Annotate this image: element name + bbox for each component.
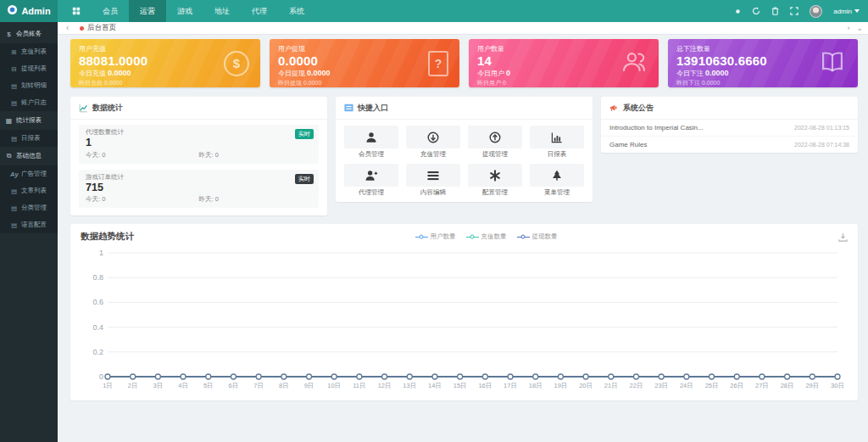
sidebar-item-ad-manage[interactable]: Ay 广告管理 [0,165,58,182]
quick-withdraw-manage[interactable]: 提现管理 [468,126,522,159]
agent-count-stat[interactable]: 代理数量统计 1 今天: 0 昨天: 0 实时 [79,125,319,164]
plus-square-icon: ⊞ [10,48,18,56]
quick-agent-manage[interactable]: 代理管理 [344,164,398,197]
fullscreen-icon[interactable] [790,7,798,15]
notice-item[interactable]: Game Rules 2022-08-28 07:14:38 [601,137,858,153]
list-icon: ▤ [10,135,18,143]
card-user-count[interactable]: 用户数量 14 今日用户0 昨日用户0 [469,39,659,87]
svg-text:14日: 14日 [428,382,442,389]
sidebar-group-member-finance[interactable]: $ 会员账务 [0,25,58,43]
navbar-right: admin [735,5,868,18]
quick-content-edit[interactable]: 内容编辑 [406,164,460,197]
nav-item-address[interactable]: 地址 [203,0,241,22]
bar-chart-icon [551,131,563,143]
list-icon: ▤ [10,187,18,195]
legend-recharge-count[interactable]: 充值数量 [466,232,507,241]
main-menu: 会员 运营 游戏 地址 代理 系统 [61,0,315,22]
list-icon: ▤ [10,204,18,212]
sidebar-item-article-list[interactable]: ▤ 文章列表 [0,182,58,199]
nav-item-game[interactable]: 游戏 [166,0,203,22]
refresh-icon[interactable] [752,7,760,15]
svg-text:0: 0 [99,372,103,381]
list-icon: ▤ [10,221,18,229]
user-icon [365,131,377,143]
user-avatar[interactable] [810,5,822,18]
sidebar-item-account-log[interactable]: ▤ 账户日志 [0,94,58,111]
card-value: 0.0000 [278,53,451,69]
svg-text:15日: 15日 [453,382,467,389]
sidebar-item-recharge-list[interactable]: ⊞ 充值列表 [0,43,58,60]
quick-config-manage[interactable]: 配置管理 [468,164,522,197]
svg-text:27日: 27日 [755,382,769,389]
card-user-recharge[interactable]: 用户充值 88081.0000 今日充值0.0000 昨日充值0.0000 $ [70,39,260,87]
sidebar-item-transfer-detail[interactable]: ▤ 划转明细 [0,77,58,94]
list-icon: ▤ [10,99,18,107]
svg-text:2日: 2日 [128,382,138,389]
list-icon: ▤ [10,82,18,90]
nav-item-member[interactable]: 会员 [92,0,129,22]
nav-item-dashboard[interactable] [61,0,92,22]
svg-text:0.6: 0.6 [92,299,103,307]
sidebar-subitems: ▤ 日报表 [0,130,58,147]
quick-menu-manage[interactable]: 菜单管理 [530,164,584,197]
card-user-withdraw[interactable]: 用户提现 0.0000 今日提现0.0000 昨日提现0.0000 ? [270,39,459,87]
svg-text:0.8: 0.8 [92,273,103,282]
tabs-scroll-right-icon[interactable]: › [847,24,849,32]
svg-text:10日: 10日 [327,382,341,389]
quick-daily-report[interactable]: 日报表 [530,126,584,159]
quick-recharge-manage[interactable]: 充值管理 [406,126,460,159]
nav-item-system[interactable]: 系统 [278,0,315,22]
quick-entry-panel: 快捷入口 会员管理 充值管理 提现管理 [336,97,593,202]
chart-legend: 用户数量 充值数量 提现数量 [134,232,838,241]
quick-member-manage[interactable]: 会员管理 [344,126,398,159]
svg-text:25日: 25日 [705,382,719,389]
admin-dashboard: Admin 会员 运营 游戏 地址 代理 系统 [0,0,868,442]
clear-cache-icon[interactable] [771,7,779,15]
svg-text:28日: 28日 [781,382,794,389]
trend-line-chart[interactable]: 00.20.40.60.811日2日3日4日5日6日7日8日9日10日11日12… [81,246,848,392]
copy-icon: ⧉ [5,152,13,160]
panel-title: 数据统计 [92,103,123,114]
tab-bar: ‹ 后台首页 › ⌄ [58,22,868,35]
tab-label: 后台首页 [87,23,116,33]
sidebar-group-label: 基础信息 [16,152,42,160]
svg-text:20日: 20日 [579,382,593,389]
panel-title: 系统公告 [623,103,654,114]
svg-text:1: 1 [99,249,103,257]
card-total-bets[interactable]: 总下注数量 13910630.6660 今日下注0.0000 昨日下注0.000… [668,39,858,87]
panels-row: 数据统计 代理数量统计 1 今天: 0 昨天: 0 实时 游戏订单统计 [70,97,858,215]
lines-icon [427,171,439,181]
svg-text:21日: 21日 [604,382,618,389]
sidebar-item-withdraw-list[interactable]: ⊟ 提现列表 [0,60,58,77]
sidebar-subitems: ⊞ 充值列表 ⊟ 提现列表 ▤ 划转明细 ▤ 账户日志 [0,43,58,111]
top-navbar: Admin 会员 运营 游戏 地址 代理 系统 [0,0,868,22]
sidebar-group-label: 统计报表 [16,116,42,125]
sidebar-group-report[interactable]: ▦ 统计报表 [0,111,58,130]
user-menu[interactable]: admin [833,8,860,15]
save-image-icon[interactable] [838,232,848,242]
sidebar-item-language-config[interactable]: ▤ 语言配置 [0,216,58,233]
legend-user-count[interactable]: 用户数量 [415,232,456,241]
tabs-scroll-left-icon[interactable]: ‹ [63,24,72,32]
nav-item-agent[interactable]: 代理 [241,0,278,22]
sidebar-group-basic-info[interactable]: ⧉ 基础信息 [0,147,58,165]
tabs-menu-icon[interactable]: ⌄ [856,24,863,32]
line-chart-icon [79,104,88,113]
notice-item[interactable]: Introduction to Imperial Casin... 2022-0… [601,120,858,137]
caret-down-icon [854,9,860,13]
brand-logo[interactable]: Admin [0,0,58,22]
svg-text:12日: 12日 [378,382,392,389]
minus-square-icon: ⊟ [10,65,18,73]
asterisk-icon [489,170,501,182]
sidebar-item-category-manage[interactable]: ▤ 分类管理 [0,199,58,216]
notification-dot-icon[interactable] [735,8,741,14]
legend-withdraw-count[interactable]: 提现数量 [517,232,558,241]
svg-text:23日: 23日 [654,382,668,389]
nav-item-operation[interactable]: 运营 [129,0,166,22]
game-order-stat[interactable]: 游戏订单统计 715 今天: 0 昨天: 0 实时 [79,170,319,209]
tab-bar-controls: › ⌄ [847,24,863,32]
sidebar-item-daily-report[interactable]: ▤ 日报表 [0,130,58,147]
system-notice-panel: 系统公告 Introduction to Imperial Casin... 2… [601,97,858,153]
tab-home[interactable]: 后台首页 [72,22,124,34]
dashboard-icon [72,7,81,15]
